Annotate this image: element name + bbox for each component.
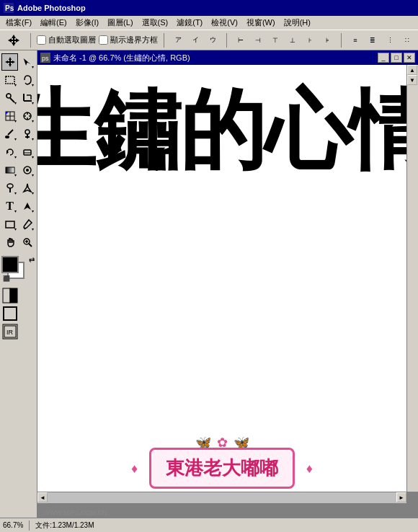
hand-tool[interactable] [1, 234, 18, 251]
align-right[interactable]: ⊤ [267, 32, 283, 48]
transform-btn-1[interactable]: ア [170, 32, 186, 48]
app-title: Adobe Photoshop [17, 4, 86, 12]
select-tool[interactable]: ▾ [19, 53, 35, 71]
status-separator [29, 520, 30, 531]
svg-rect-6 [6, 76, 14, 84]
tool-row-9: T ▾ ▾ [1, 198, 35, 215]
menu-bar: 檔案(F) 編輯(E) 影像(I) 圖層(L) 選取(S) 濾鏡(T) 檢視(V… [0, 16, 418, 30]
document-content: 生鏽的心情 🦋 ✿ 🦋 ♦ [37, 65, 406, 503]
svg-line-25 [8, 130, 13, 135]
dodge-tool[interactable]: ▾ [1, 179, 18, 197]
gradient-tool[interactable]: ▾ [1, 161, 18, 179]
tool-row-5: ▾ ▾ [1, 125, 35, 143]
separator-1 [30, 33, 31, 48]
doc-minimize[interactable]: _ [378, 53, 389, 63]
brush-tool[interactable]: ▾ [1, 125, 18, 143]
toolbox: ▾ ▾ ▾ [0, 50, 37, 518]
distribute-4[interactable]: ∷ [399, 32, 415, 48]
scroll-right[interactable]: ► [396, 492, 406, 502]
svg-rect-33 [6, 167, 14, 173]
reset-colors[interactable]: ⬛ [3, 275, 10, 282]
pen-tool[interactable]: ▾ [19, 179, 35, 197]
magic-wand-tool[interactable]: ▾ [1, 89, 18, 107]
patch-tool[interactable]: ▾ [19, 107, 35, 125]
path-select-tool[interactable]: ▾ [19, 198, 35, 215]
align-bottom[interactable]: ⊧ [319, 32, 335, 48]
move-tool[interactable] [1, 53, 18, 71]
jump-to-ir[interactable]: IR [1, 323, 19, 340]
tool-row-3: ▾ ▾ [1, 89, 35, 107]
scroll-left[interactable]: ◄ [37, 492, 48, 502]
svg-line-7 [25, 83, 27, 84]
tool-row-4: ▾ ▾ [1, 107, 35, 125]
shape-tool[interactable]: ▾ [1, 216, 18, 233]
auto-select-checkbox[interactable] [37, 35, 46, 45]
main-title-text: 生鏽的心情 [37, 87, 406, 173]
canvas-image: 生鏽的心情 🦋 ✿ 🦋 ♦ [37, 65, 406, 503]
show-bounds-checkbox[interactable] [99, 35, 108, 45]
tool-row-10: ▾ ▾ [1, 216, 35, 233]
svg-text:IR: IR [6, 329, 14, 336]
svg-point-27 [25, 130, 30, 134]
eyedropper-tool[interactable]: ▾ [19, 216, 35, 233]
switch-colors[interactable]: ⇄ [29, 256, 35, 264]
screen-mode-standard[interactable] [1, 305, 19, 322]
scroll-up[interactable]: ▲ [407, 65, 417, 75]
auto-select-layer-label[interactable]: 自動選取圖層 [37, 35, 96, 45]
lasso-tool[interactable]: ▾ [19, 71, 35, 89]
doc-window-controls: _ □ ✕ [378, 53, 415, 63]
menu-view[interactable]: 檢視(V) [207, 16, 242, 30]
zoom-level: 66.7% [3, 521, 23, 529]
tool-row-11 [1, 234, 35, 251]
separator-4 [341, 33, 342, 48]
options-bar: 自動選取圖層 顯示邊界方框 ア イ ウ ⊢ ⊣ ⊤ ⊥ ⊦ ⊧ ≡ ≣ ⋮ ∷ [0, 30, 418, 50]
blur-tool[interactable]: ▾ [19, 161, 35, 179]
menu-filter[interactable]: 濾鏡(T) [172, 16, 207, 30]
doc-close[interactable]: ✕ [404, 53, 415, 63]
menu-window[interactable]: 視窗(W) [242, 16, 280, 30]
svg-rect-44 [3, 288, 10, 303]
horizontal-scrollbar[interactable]: ◄ ► [37, 492, 406, 503]
transform-btn-3[interactable]: ウ [205, 32, 221, 48]
eraser-tool[interactable]: ▾ [19, 143, 35, 161]
align-top[interactable]: ⊥ [285, 32, 301, 48]
svg-rect-46 [4, 307, 17, 320]
svg-line-8 [10, 98, 14, 102]
scroll-track-h[interactable] [48, 492, 396, 503]
menu-help[interactable]: 說明(H) [280, 16, 315, 30]
svg-point-35 [26, 169, 29, 172]
clone-stamp-tool[interactable]: ▾ [19, 125, 35, 143]
vertical-scrollbar[interactable]: ▲ ▼ [406, 65, 418, 492]
crop-tool[interactable]: ▾ [19, 89, 35, 107]
tool-row-7: ▾ ▾ [1, 161, 35, 179]
status-bar: 66.7% 文件:1.23M/1.23M [0, 518, 418, 532]
distribute-1[interactable]: ≡ [347, 32, 363, 48]
text-tool[interactable]: T ▾ [1, 198, 18, 215]
distribute-2[interactable]: ≣ [365, 32, 381, 48]
slice-tool[interactable]: ▾ [1, 107, 18, 125]
app-icon: Ps [3, 2, 14, 14]
align-center-h[interactable]: ⊣ [250, 32, 266, 48]
menu-edit[interactable]: 編輯(E) [36, 16, 71, 30]
main-area: ▾ ▾ ▾ [0, 50, 418, 518]
doc-maximize[interactable]: □ [391, 53, 402, 63]
foreground-color[interactable] [1, 256, 19, 273]
align-center-v[interactable]: ⊦ [302, 32, 318, 48]
menu-file[interactable]: 檔案(F) [1, 16, 36, 30]
separator-3 [226, 33, 227, 48]
transform-btn-2[interactable]: イ [187, 32, 203, 48]
separator-2 [164, 33, 164, 48]
zoom-tool[interactable] [19, 234, 35, 251]
rect-marquee-tool[interactable]: ▾ [1, 71, 18, 89]
menu-select[interactable]: 選取(S) [138, 16, 173, 30]
menu-image[interactable]: 影像(I) [71, 16, 103, 30]
badge-text: 東港老大嘟嘟 [166, 457, 278, 479]
align-left[interactable]: ⊢ [233, 32, 249, 48]
quick-mask-mode[interactable] [1, 287, 19, 304]
menu-layer[interactable]: 圖層(L) [103, 16, 137, 30]
scroll-down[interactable]: ▼ [407, 75, 417, 85]
distribute-3[interactable]: ⋮ [382, 32, 398, 48]
history-brush-tool[interactable]: ▾ [1, 143, 18, 161]
color-swatches[interactable]: ⇄ ⬛ [1, 256, 36, 282]
show-bounds-label[interactable]: 顯示邊界方框 [99, 35, 158, 45]
